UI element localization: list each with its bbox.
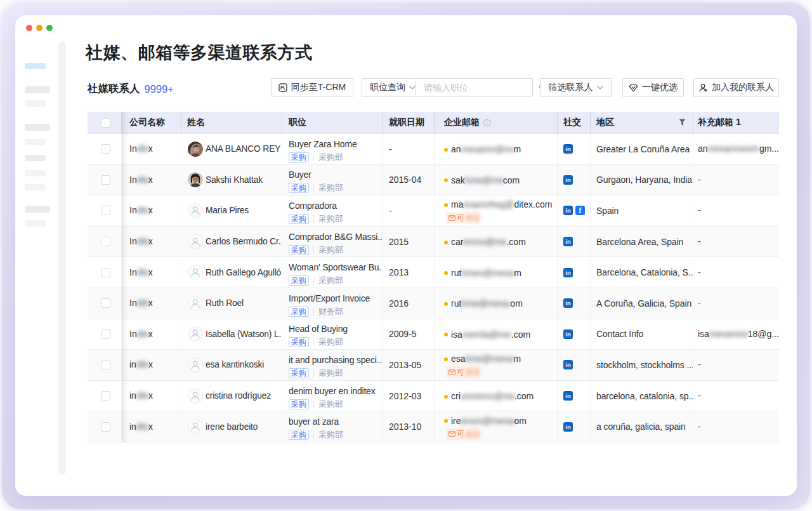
position-search [416, 79, 554, 96]
email-cell: crismnemx@mexamnexm.com [435, 381, 558, 411]
sidebar-item[interactable] [25, 184, 46, 190]
redacted-text-prefix: cri [451, 390, 461, 402]
sidebar-item[interactable] [25, 100, 46, 107]
department-label: 采购部 [318, 429, 343, 441]
row-checkbox[interactable] [101, 144, 110, 154]
position-select[interactable]: 职位查询 [362, 79, 416, 96]
row-select-cell [88, 196, 122, 226]
position-title: Comprador B&G Massi... [289, 231, 382, 243]
sidebar-item[interactable] [25, 155, 46, 161]
table-row[interactable]: InditexSakshi KhattakBuyer采购采购部2015-04sa… [88, 165, 779, 196]
row-checkbox[interactable] [101, 268, 110, 277]
table-row[interactable]: InditexMaria PiresCompradora采购采购部-maexam… [88, 196, 779, 227]
row-select-cell [88, 381, 122, 411]
linkedin-icon[interactable]: in [563, 422, 573, 432]
sidebar-item[interactable] [25, 86, 50, 93]
filter-contacts-button[interactable]: 筛选联系人 [540, 78, 612, 97]
column-header-email: 企业邮箱 [435, 112, 558, 133]
social-cell: in [558, 288, 591, 319]
start-date-cell: 2013-05 [383, 350, 435, 380]
sync-to-crm-button[interactable]: 同步至T-CRM [271, 78, 353, 97]
sidebar-item-active[interactable] [25, 63, 46, 69]
position-search-input[interactable] [424, 83, 539, 93]
row-checkbox[interactable] [101, 175, 110, 185]
sidebar-item[interactable] [25, 220, 46, 227]
linkedin-icon[interactable]: in [563, 237, 573, 246]
linkedin-icon[interactable]: in [563, 206, 573, 215]
linkedin-icon[interactable]: in [563, 298, 573, 308]
can-send-blurred: 发信 [465, 212, 480, 223]
one-click-optimize-button[interactable]: 一键优选 [622, 78, 684, 97]
redacted-text-suffix: x [148, 174, 153, 186]
row-checkbox[interactable] [101, 237, 110, 246]
sidebar-item[interactable] [25, 139, 46, 145]
row-select-cell [88, 227, 122, 257]
position-tags: 采购采购部 [289, 430, 382, 440]
select-all-cell [88, 112, 122, 133]
linkedin-icon[interactable]: in [563, 175, 573, 185]
chevron-down-icon [597, 86, 603, 90]
sidebar-item[interactable] [25, 170, 46, 176]
can-send-tag-visible: 可 [446, 428, 465, 440]
facebook-icon[interactable]: f [575, 206, 585, 215]
extra-email-cell: - [693, 350, 779, 380]
position-tags: 采购采购部 [289, 152, 382, 163]
department-label: 采购部 [318, 244, 343, 256]
can-send-label: 可 [457, 366, 464, 378]
linkedin-icon[interactable]: in [563, 360, 573, 369]
column-header-extra-email: 补充邮箱 1 [693, 112, 779, 133]
table-row[interactable]: inditexesa kantinkoskiit and purchasing … [88, 350, 779, 381]
contact-count: 社媒联系人 9999+ [88, 79, 174, 98]
row-checkbox[interactable] [101, 329, 110, 339]
linkedin-icon[interactable]: in [563, 268, 573, 277]
row-checkbox[interactable] [101, 391, 110, 401]
linkedin-icon[interactable]: in [563, 329, 573, 339]
row-checkbox[interactable] [101, 298, 110, 308]
add-to-my-contacts-button[interactable]: 加入我的联系人 [693, 78, 779, 97]
linkedin-icon[interactable]: in [563, 144, 573, 154]
position-cell: Buyer Zara Home采购采购部 [282, 134, 383, 164]
row-checkbox[interactable] [101, 422, 110, 432]
email-status-dot [444, 203, 448, 207]
purchase-tag: 采购 [289, 152, 309, 163]
table-row[interactable]: InditexIsabella (Watson) L...Head of Buy… [88, 319, 779, 350]
redacted-text-blurred: mexamnexmeamnexm [708, 143, 759, 155]
table-row[interactable]: InditexCarlos Bermudo Cr...Comprador B&G… [88, 227, 779, 258]
table-row[interactable]: InditexRuth RoelImport/Export Invoice采购财… [88, 288, 779, 319]
table-header: 公司名称 姓名 职位 就职日期 企业邮箱 社交 地区 补充邮箱 1 [88, 112, 779, 134]
can-send-blurred: 发信 [465, 428, 480, 440]
table-row[interactable]: InditexRuth Gallego AgullóWoman' Sportsw… [88, 257, 779, 288]
table-row[interactable]: inditexcristina rodríguezdenim buyer en … [88, 381, 779, 412]
window-minimize-button[interactable] [36, 25, 43, 31]
window-close-button[interactable] [26, 25, 32, 31]
linkedin-icon[interactable]: in [563, 391, 573, 401]
email-address: sakhme@mexamn.cmxcom [451, 175, 520, 187]
tag-separator [313, 308, 314, 315]
redacted-text-prefix: In [129, 297, 137, 309]
row-checkbox[interactable] [101, 206, 110, 215]
redacted-text-suffix: x [148, 328, 153, 340]
filter-funnel-icon[interactable] [679, 119, 686, 126]
row-checkbox[interactable] [101, 360, 110, 369]
purchase-tag: 采购 [289, 399, 309, 409]
sidebar-item[interactable] [25, 206, 50, 213]
department-label: 采购部 [318, 213, 343, 225]
redacted-text-suffix: x [148, 143, 153, 155]
select-all-checkbox[interactable] [101, 118, 110, 128]
purchase-tag: 采购 [289, 245, 309, 255]
t-crm-logo-icon [278, 83, 287, 92]
redacted-text-suffix: m [514, 143, 521, 156]
department-label: 财务部 [318, 306, 343, 317]
redacted-text-blurred: dite [136, 390, 148, 402]
sidebar-item[interactable] [25, 124, 50, 131]
window-zoom-button[interactable] [46, 25, 53, 31]
sync-to-crm-label: 同步至T-CRM [291, 82, 346, 93]
email-status-dot [444, 419, 448, 423]
start-date-cell: 2012-03 [383, 381, 435, 411]
info-icon[interactable] [483, 119, 491, 127]
company-cell: Inditex [122, 196, 181, 226]
social-cell: in [558, 381, 591, 411]
table-row[interactable]: inditexirene barbeitobuyer at zara采购采购部2… [88, 411, 779, 442]
redacted-text-blurred: dite [137, 236, 148, 248]
table-row[interactable]: InditexANA BLANCO REYBuyer Zara Home采购采购… [88, 134, 779, 165]
